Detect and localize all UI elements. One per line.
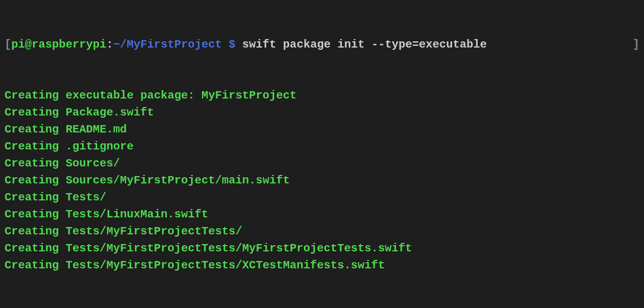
output-line: Creating README.md <box>5 121 639 138</box>
left-bracket: [ <box>5 38 11 51</box>
prompt-line-1: [pi@raspberrypi:~/MyFirstProject $ swift… <box>5 36 639 53</box>
dollar-sign: $ <box>222 38 242 51</box>
output-line: Creating executable package: MyFirstProj… <box>5 87 639 104</box>
user-host: pi@raspberrypi <box>11 38 106 51</box>
output-line: Creating Tests/MyFirstProjectTests/ <box>5 223 639 240</box>
right-bracket: ] <box>633 36 639 53</box>
output-line: Creating Tests/MyFirstProjectTests/MyFir… <box>5 240 639 257</box>
output-line: Creating Package.swift <box>5 104 639 121</box>
output-container: Creating executable package: MyFirstProj… <box>5 87 639 274</box>
path: ~/MyFirstProject <box>113 38 222 51</box>
output-line: Creating .gitignore <box>5 138 639 155</box>
output-line: Creating Tests/ <box>5 189 639 206</box>
output-line: Creating Tests/MyFirstProjectTests/XCTes… <box>5 257 639 274</box>
output-line: Creating Tests/LinuxMain.swift <box>5 206 639 223</box>
output-line: Creating Sources/ <box>5 155 639 172</box>
terminal[interactable]: [pi@raspberrypi:~/MyFirstProject $ swift… <box>5 2 639 308</box>
command-text: swift package init --type=executable <box>242 38 487 51</box>
output-line: Creating Sources/MyFirstProject/main.swi… <box>5 172 639 189</box>
colon: : <box>106 38 113 51</box>
